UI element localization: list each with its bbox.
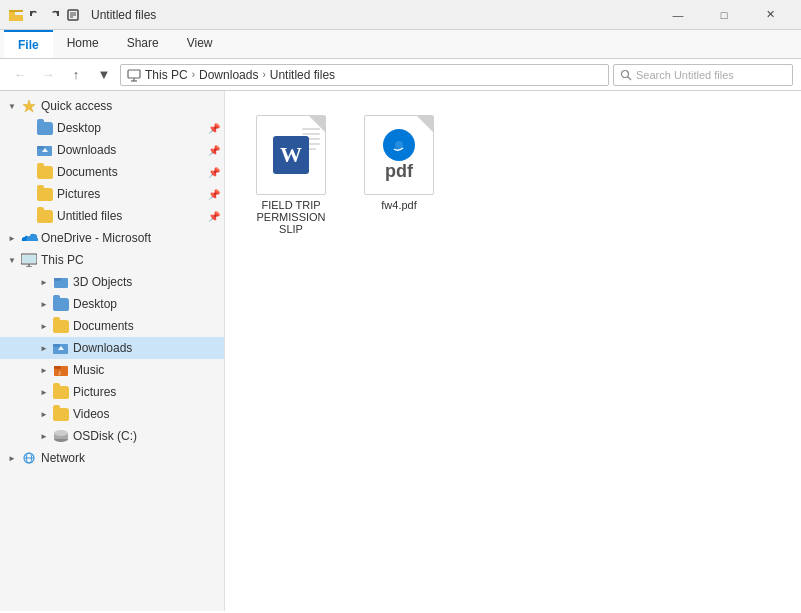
address-path[interactable]: This PC › Downloads › Untitled files: [120, 64, 609, 86]
documents-pc-label: Documents: [73, 319, 134, 333]
svg-point-12: [622, 70, 629, 77]
desktop-pc-icon: [52, 296, 70, 312]
ribbon-tabs: File Home Share View: [0, 30, 801, 58]
pictures-pc-label: Pictures: [73, 385, 116, 399]
network-label: Network: [41, 451, 85, 465]
sidebar-item-music[interactable]: ► ♪ Music: [0, 359, 224, 381]
maximize-button[interactable]: □: [701, 0, 747, 30]
tab-share[interactable]: Share: [113, 30, 173, 58]
expand-icon-docs: [20, 164, 36, 180]
content-area: W FIELD TRIP PERMISSION SLIP pdf: [225, 91, 801, 611]
search-box[interactable]: Search Untitled files: [613, 64, 793, 86]
documents-qa-icon: [36, 164, 54, 180]
tab-view[interactable]: View: [173, 30, 227, 58]
svg-point-30: [54, 430, 68, 436]
svg-rect-4: [57, 11, 59, 16]
expand-icon: ▼: [4, 98, 20, 114]
properties-icon[interactable]: [65, 7, 81, 23]
svg-rect-2: [9, 10, 23, 12]
osdisk-label: OSDisk (C:): [73, 429, 137, 443]
desktop-folder-icon: [36, 120, 54, 136]
redo-icon[interactable]: [46, 7, 62, 23]
svg-rect-16: [37, 146, 44, 149]
sidebar-item-pictures-pc[interactable]: ► Pictures: [0, 381, 224, 403]
sidebar-item-pictures-qa[interactable]: Pictures 📌: [0, 183, 224, 205]
expand-icon-desktop-pc: ►: [36, 296, 52, 312]
pdf-icon-container: pdf: [359, 115, 439, 195]
search-icon: [620, 69, 632, 81]
file-item-word[interactable]: W FIELD TRIP PERMISSION SLIP: [241, 107, 341, 243]
sidebar-item-desktop-pc[interactable]: ► Desktop: [0, 293, 224, 315]
sidebar-item-osdisk[interactable]: ► OSDisk (C:): [0, 425, 224, 447]
svg-line-13: [628, 76, 632, 80]
path-current[interactable]: Untitled files: [270, 68, 335, 82]
pin-icon-docs: 📌: [208, 167, 220, 178]
back-button[interactable]: ←: [8, 63, 32, 87]
sep2: ›: [262, 69, 265, 80]
expand-icon-desktop: [20, 120, 36, 136]
path-thispc[interactable]: This PC: [145, 68, 188, 82]
pdf-text-label: pdf: [385, 161, 413, 182]
word-file-label: FIELD TRIP PERMISSION SLIP: [245, 199, 337, 235]
up-button[interactable]: ↑: [64, 63, 88, 87]
sidebar: ▼ Quick access Desktop 📌 Downloads 📌: [0, 91, 225, 611]
edge-logo: [383, 129, 415, 161]
music-icon: ♪: [52, 362, 70, 378]
path-downloads[interactable]: Downloads: [199, 68, 258, 82]
undo-icon[interactable]: [27, 7, 43, 23]
sidebar-item-onedrive[interactable]: ► OneDrive - Microsoft: [0, 227, 224, 249]
videos-label: Videos: [73, 407, 109, 421]
title-bar: Untitled files — □ ✕: [0, 0, 801, 30]
forward-button[interactable]: →: [36, 63, 60, 87]
expand-icon-onedrive: ►: [4, 230, 20, 246]
file-item-pdf[interactable]: pdf fw4.pdf: [349, 107, 449, 243]
svg-rect-3: [30, 11, 32, 16]
close-button[interactable]: ✕: [747, 0, 793, 30]
app-icon: [8, 7, 24, 23]
svg-rect-9: [128, 70, 140, 78]
sidebar-item-downloads-qa[interactable]: Downloads 📌: [0, 139, 224, 161]
svg-rect-22: [54, 278, 61, 281]
expand-icon-3d: ►: [36, 274, 52, 290]
word-badge: W: [273, 136, 309, 174]
main-layout: ▼ Quick access Desktop 📌 Downloads 📌: [0, 91, 801, 611]
network-icon: [20, 450, 38, 466]
expand-icon-documents-pc: ►: [36, 318, 52, 334]
sidebar-item-thispc[interactable]: ▼ This PC: [0, 249, 224, 271]
tab-home[interactable]: Home: [53, 30, 113, 58]
expand-icon-pics: [20, 186, 36, 202]
pin-icon-desktop: 📌: [208, 123, 220, 134]
sidebar-item-documents-qa[interactable]: Documents 📌: [0, 161, 224, 183]
pictures-pc-icon: [52, 384, 70, 400]
3dobjects-label: 3D Objects: [73, 275, 132, 289]
pictures-qa-icon: [36, 186, 54, 202]
computer-icon: [127, 68, 141, 82]
sidebar-item-network[interactable]: ► Network: [0, 447, 224, 469]
minimize-button[interactable]: —: [655, 0, 701, 30]
sidebar-item-desktop[interactable]: Desktop 📌: [0, 117, 224, 139]
osdisk-icon: [52, 428, 70, 444]
recent-button[interactable]: ▼: [92, 63, 116, 87]
search-placeholder: Search Untitled files: [636, 69, 734, 81]
thispc-icon: [20, 252, 38, 268]
word-icon-container: W: [251, 115, 331, 195]
expand-icon-dl: [20, 142, 36, 158]
downloads-pc-label: Downloads: [73, 341, 132, 355]
tab-file[interactable]: File: [4, 30, 53, 58]
expand-icon-pictures-pc: ►: [36, 384, 52, 400]
sep1: ›: [192, 69, 195, 80]
sidebar-item-3dobjects[interactable]: ► 3D Objects: [0, 271, 224, 293]
expand-icon-music: ►: [36, 362, 52, 378]
thispc-label: This PC: [41, 253, 84, 267]
sidebar-item-quick-access[interactable]: ▼ Quick access: [0, 95, 224, 117]
sidebar-item-downloads-pc[interactable]: ► Downloads: [0, 337, 224, 359]
star-icon: [20, 98, 38, 114]
sidebar-item-untitled-qa[interactable]: Untitled files 📌: [0, 205, 224, 227]
address-bar: ← → ↑ ▼ This PC › Downloads › Untitled f…: [0, 59, 801, 91]
documents-qa-label: Documents: [57, 165, 118, 179]
quick-access-label: Quick access: [41, 99, 112, 113]
downloads-pc-icon: [52, 340, 70, 356]
expand-icon-untitled: [20, 208, 36, 224]
sidebar-item-videos[interactable]: ► Videos: [0, 403, 224, 425]
sidebar-item-documents-pc[interactable]: ► Documents: [0, 315, 224, 337]
